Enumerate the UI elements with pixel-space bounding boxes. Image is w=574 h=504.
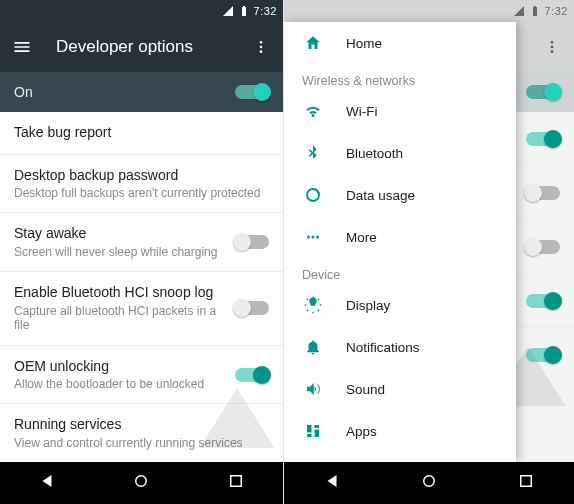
svg-point-9 xyxy=(307,236,310,239)
bluetooth-icon xyxy=(302,144,324,162)
nav-home-icon[interactable] xyxy=(420,472,438,494)
master-switch-label: On xyxy=(14,84,33,100)
settings-item[interactable]: Desktop backup passwordDesktop full back… xyxy=(0,155,283,214)
apps-icon xyxy=(302,422,324,440)
svg-point-2 xyxy=(260,50,263,53)
toggle-switch[interactable] xyxy=(235,301,269,315)
app-bar: Developer options xyxy=(0,22,283,72)
overflow-icon[interactable] xyxy=(251,39,271,55)
battery-icon xyxy=(529,5,541,17)
drawer-item-more[interactable]: More xyxy=(284,216,516,258)
drawer-item-label: Home xyxy=(346,36,382,51)
drawer-item-storage-usb[interactable]: Storage & USB xyxy=(284,452,516,462)
drawer-section-header: Device xyxy=(284,258,516,284)
drawer-item-label: Wi-Fi xyxy=(346,104,377,119)
toggle-switch[interactable] xyxy=(526,240,560,254)
svg-point-6 xyxy=(551,46,554,49)
drawer-item-label: Display xyxy=(346,298,390,313)
toggle-switch[interactable] xyxy=(235,368,269,382)
drawer-item-label: Bluetooth xyxy=(346,146,403,161)
settings-item[interactable]: Enable Bluetooth HCI snoop logCapture al… xyxy=(0,272,283,345)
settings-item[interactable]: Stay awakeScreen will never sleep while … xyxy=(0,213,283,272)
master-switch[interactable] xyxy=(235,85,269,99)
drawer-item-apps[interactable]: Apps xyxy=(284,410,516,452)
drawer-item-label: More xyxy=(346,230,377,245)
drawer-item-display[interactable]: Display xyxy=(284,284,516,326)
drawer-item-label: Data usage xyxy=(346,188,415,203)
drawer-item-label: Apps xyxy=(346,424,377,439)
watermark xyxy=(197,388,277,452)
nav-recents-icon[interactable] xyxy=(227,472,245,494)
svg-rect-4 xyxy=(231,476,242,487)
settings-item-subtitle: Allow the bootloader to be unlocked xyxy=(14,377,223,391)
drawer-item-wi-fi[interactable]: Wi-Fi xyxy=(284,90,516,132)
status-time: 7:32 xyxy=(254,5,277,17)
status-bar: 7:32 xyxy=(0,0,283,22)
settings-item-title: OEM unlocking xyxy=(14,358,223,376)
status-time: 7:32 xyxy=(545,5,568,17)
drawer-section-header: Wireless & networks xyxy=(284,64,516,90)
signal-icon xyxy=(222,5,234,17)
svg-point-1 xyxy=(260,46,263,49)
page-title: Developer options xyxy=(56,37,251,57)
drawer-item-label: Sound xyxy=(346,382,385,397)
drawer-item-data-usage[interactable]: Data usage xyxy=(284,174,516,216)
settings-item-subtitle: Desktop full backups aren't currently pr… xyxy=(14,186,269,200)
svg-point-3 xyxy=(136,476,147,487)
settings-item-title: Enable Bluetooth HCI snoop log xyxy=(14,284,223,302)
drawer-item-label: Notifications xyxy=(346,340,420,355)
status-bar: 7:32 xyxy=(284,0,574,22)
toggle-switch[interactable] xyxy=(235,235,269,249)
toggle-switch[interactable] xyxy=(526,294,560,308)
menu-icon[interactable] xyxy=(12,37,32,57)
sound-icon xyxy=(302,380,324,398)
nav-bar xyxy=(284,462,574,504)
signal-icon xyxy=(513,5,525,17)
svg-point-10 xyxy=(312,236,315,239)
battery-icon xyxy=(238,5,250,17)
nav-bar xyxy=(0,462,283,504)
phone-settings-drawer: 7:32 ..... HomeWireless & networksWi-FiB… xyxy=(284,0,574,504)
drawer-item-bluetooth[interactable]: Bluetooth xyxy=(284,132,516,174)
nav-back-icon[interactable] xyxy=(323,472,341,494)
drawer-item-notifications[interactable]: Notifications xyxy=(284,326,516,368)
overflow-icon[interactable] xyxy=(542,39,562,55)
nav-recents-icon[interactable] xyxy=(517,472,535,494)
more-icon xyxy=(302,228,324,246)
master-switch[interactable] xyxy=(526,85,560,99)
svg-point-0 xyxy=(260,41,263,44)
svg-point-16 xyxy=(424,476,435,487)
settings-item-title: Stay awake xyxy=(14,225,223,243)
data-icon xyxy=(302,186,324,204)
nav-back-icon[interactable] xyxy=(38,472,56,494)
toggle-switch[interactable] xyxy=(526,132,560,146)
settings-item-title: Take bug report xyxy=(14,124,269,142)
svg-rect-17 xyxy=(520,476,531,487)
settings-item-subtitle: Screen will never sleep while charging xyxy=(14,245,223,259)
settings-item[interactable]: Take bug report xyxy=(0,112,283,155)
svg-point-5 xyxy=(551,41,554,44)
bell-icon xyxy=(302,338,324,356)
settings-item-title: Desktop backup password xyxy=(14,167,269,185)
master-switch-row[interactable]: On xyxy=(0,72,283,112)
nav-home-icon[interactable] xyxy=(132,472,150,494)
drawer-item-home[interactable]: Home xyxy=(284,22,516,64)
home-icon xyxy=(302,34,324,52)
drawer-item-sound[interactable]: Sound xyxy=(284,368,516,410)
phone-developer-options: 7:32 Developer options On Take bug repor… xyxy=(0,0,284,504)
navigation-drawer: HomeWireless & networksWi-FiBluetoothDat… xyxy=(284,22,516,462)
svg-point-11 xyxy=(316,236,319,239)
display-icon xyxy=(302,296,324,314)
wifi-icon xyxy=(302,102,324,120)
toggle-switch[interactable] xyxy=(526,186,560,200)
svg-point-7 xyxy=(551,50,554,53)
settings-item-subtitle: Capture all bluetooth HCI packets in a f… xyxy=(14,304,223,333)
